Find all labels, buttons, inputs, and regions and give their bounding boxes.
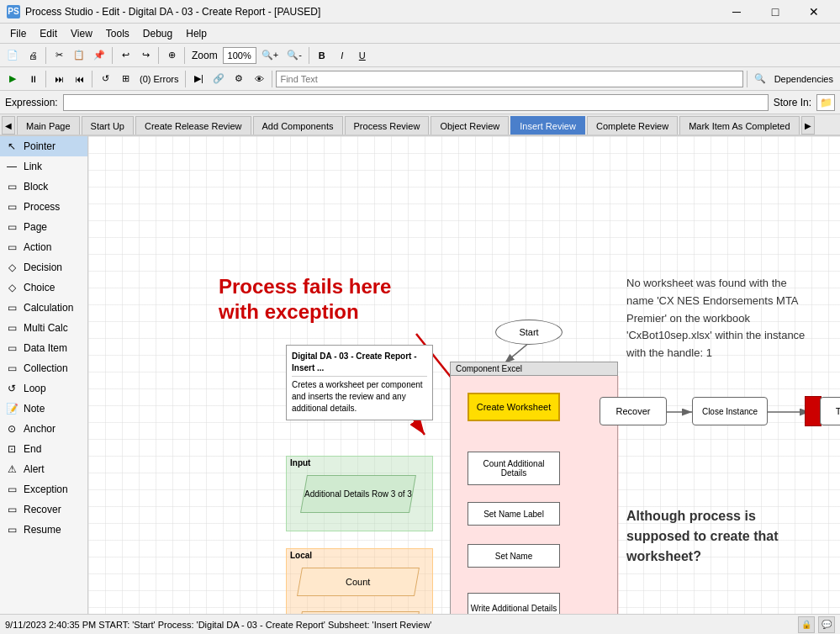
info-box[interactable]: Digital DA - 03 - Create Report - Insert…	[286, 345, 433, 420]
copy-button[interactable]: 📋	[70, 46, 88, 65]
dependencies-button[interactable]: Dependencies	[771, 70, 837, 88]
expression-input[interactable]	[63, 94, 769, 111]
menu-view[interactable]: View	[64, 26, 99, 41]
sidebar-item-alert[interactable]: ⚠ Alert	[0, 459, 87, 479]
tab-complete-review[interactable]: Complete Review	[587, 116, 678, 135]
sidebar-item-resume[interactable]: ▭ Resume	[0, 520, 87, 540]
view-button[interactable]: 👁	[250, 70, 268, 88]
redo-button[interactable]: ↪	[136, 46, 155, 65]
sidebar-label-anchor: Anchor	[24, 423, 55, 435]
refresh-button[interactable]: ↺	[96, 70, 114, 88]
node-close-instance[interactable]: Close Instance	[692, 397, 768, 425]
sep10	[747, 71, 748, 87]
node-create-worksheet[interactable]: Create Worksheet	[468, 393, 560, 421]
copy2-button[interactable]: ⊕	[162, 46, 181, 65]
sidebar-label-process: Process	[24, 201, 60, 213]
italic-button[interactable]: I	[333, 46, 351, 65]
sidebar-item-page[interactable]: ▭ Page	[0, 217, 87, 237]
sidebar-label-calculation: Calculation	[24, 302, 73, 314]
node-start[interactable]: Start	[495, 320, 563, 345]
sidebar-label-multi-calc: Multi Calc	[24, 322, 68, 334]
sidebar-item-calculation[interactable]: ▭ Calculation	[0, 298, 87, 318]
node-set-name-label[interactable]: Set Name Label	[468, 502, 560, 526]
sidebar-item-block[interactable]: ▭ Block	[0, 177, 87, 197]
tab-insert-review[interactable]: Insert Review	[510, 116, 585, 135]
section-local-label: Local	[287, 549, 432, 562]
sep2	[112, 47, 113, 64]
menu-tools[interactable]: Tools	[99, 26, 136, 41]
annotation-no-worksheet: No worksheet was found with the name 'CX…	[626, 275, 805, 362]
settings-button[interactable]: ⚙	[230, 70, 248, 88]
action-icon: ▭	[5, 240, 18, 254]
sidebar-item-multi-calc[interactable]: ▭ Multi Calc	[0, 318, 87, 338]
node-count-details[interactable]: Count Additional Details	[468, 452, 560, 485]
sidebar-item-action[interactable]: ▭ Action	[0, 237, 87, 257]
anchor-icon: ⊙	[5, 422, 18, 436]
step-button[interactable]: ⏭	[50, 70, 68, 88]
new-button[interactable]: 📄	[3, 46, 22, 65]
play-button[interactable]: ▶	[3, 70, 22, 88]
tab-main-page[interactable]: Main Page	[17, 116, 80, 135]
tab-process-review[interactable]: Process Review	[345, 116, 430, 135]
canvas-area[interactable]: Process fails here with exception No wor…	[88, 136, 840, 634]
sidebar-label-resume: Resume	[24, 524, 61, 536]
tab-add-components[interactable]: Add Components	[253, 116, 343, 135]
data-count[interactable]: Count	[297, 568, 420, 596]
sidebar-item-end[interactable]: ⊡ End	[0, 439, 87, 459]
sidebar-item-link[interactable]: — Link	[0, 156, 87, 177]
errors-button[interactable]: (0) Errors	[136, 70, 182, 88]
cut-button[interactable]: ✂	[50, 46, 68, 65]
node-throw[interactable]: Throw	[820, 397, 840, 425]
sidebar-item-recover[interactable]: ▭ Recover	[0, 499, 87, 520]
zoom-value[interactable]: 100%	[223, 47, 256, 64]
tab-start-up[interactable]: Start Up	[82, 116, 134, 135]
sidebar-item-anchor[interactable]: ⊙ Anchor	[0, 419, 87, 439]
bold-button[interactable]: B	[313, 46, 331, 65]
menu-debug[interactable]: Debug	[136, 26, 179, 41]
step2-button[interactable]: ⏮	[70, 70, 88, 88]
node-recover[interactable]: Recover	[600, 397, 667, 425]
run-button[interactable]: ▶|	[189, 70, 208, 88]
sidebar-item-choice[interactable]: ◇ Choice	[0, 277, 87, 298]
section-input-label: Input	[287, 457, 432, 469]
menu-file[interactable]: File	[3, 26, 33, 41]
pause-button[interactable]: ⏸	[24, 70, 42, 88]
paste-button[interactable]: 📌	[90, 46, 108, 65]
sidebar-item-exception[interactable]: ▭ Exception	[0, 479, 87, 499]
undo-button[interactable]: ↩	[116, 46, 135, 65]
sidebar-item-data-item[interactable]: ▭ Data Item	[0, 338, 87, 358]
sidebar-item-process[interactable]: ▭ Process	[0, 197, 87, 217]
close-button[interactable]: ✕	[795, 0, 833, 24]
sidebar-item-collection[interactable]: ▭ Collection	[0, 358, 87, 378]
node-set-name[interactable]: Set Name	[468, 544, 560, 568]
sidebar-item-loop[interactable]: ↺ Loop	[0, 378, 87, 399]
link-button[interactable]: 🔗	[209, 70, 228, 88]
tab-scroll-left[interactable]: ◀	[2, 116, 15, 135]
sidebar-item-note[interactable]: 📝 Note	[0, 399, 87, 419]
sidebar-label-recover: Recover	[24, 504, 61, 515]
status-icon-1[interactable]: 🔒	[798, 616, 815, 633]
underline-button[interactable]: U	[353, 46, 372, 65]
tab-create-release[interactable]: Create Release Review	[135, 116, 251, 135]
tab-mark-item[interactable]: Mark Item As Completed	[679, 116, 799, 135]
find-settings-button[interactable]: 🔍	[751, 70, 769, 88]
sidebar-label-link: Link	[24, 161, 42, 172]
print-button[interactable]: 🖨	[24, 46, 42, 65]
sep4	[184, 47, 185, 64]
grid-button[interactable]: ⊞	[116, 70, 135, 88]
status-icon-2[interactable]: 💬	[818, 616, 835, 633]
minimize-button[interactable]: ─	[717, 0, 756, 24]
menu-help[interactable]: Help	[179, 26, 214, 41]
find-text-input[interactable]	[276, 71, 742, 87]
tab-scroll-right[interactable]: ▶	[801, 116, 815, 135]
zoom-in-button[interactable]: 🔍+	[258, 46, 282, 65]
data-additional-details[interactable]: Additional Details Row 3 of 3	[300, 475, 416, 513]
node-red-block	[805, 396, 822, 426]
zoom-out-button[interactable]: 🔍-	[283, 46, 305, 65]
menu-edit[interactable]: Edit	[33, 26, 64, 41]
tab-object-review[interactable]: Object Review	[431, 116, 509, 135]
sidebar-item-pointer[interactable]: ↖ Pointer	[0, 136, 87, 156]
store-picker-button[interactable]: 📁	[816, 94, 835, 111]
maximize-button[interactable]: □	[756, 0, 795, 24]
sidebar-item-decision[interactable]: ◇ Decision	[0, 257, 87, 277]
